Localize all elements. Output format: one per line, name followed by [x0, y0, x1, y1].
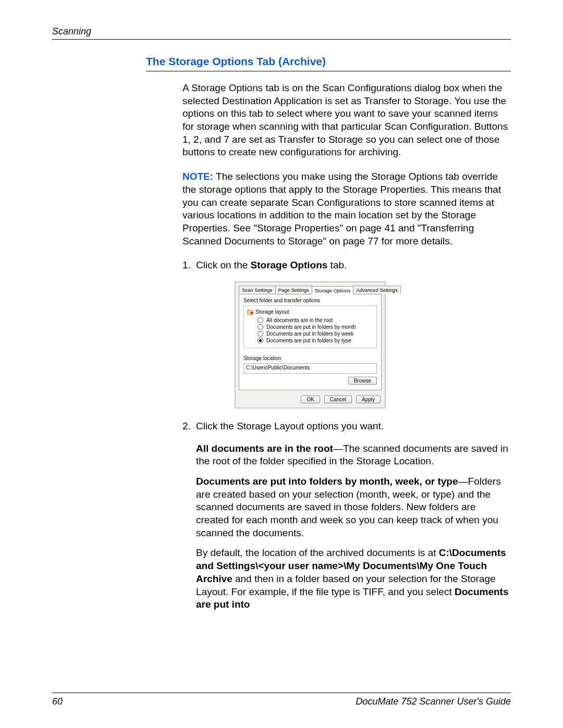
radio-root[interactable]: All documents are in the root	[258, 317, 373, 323]
radio-icon	[258, 317, 263, 323]
cancel-button[interactable]: Cancel	[324, 396, 352, 403]
storage-layout-heading: Storage layout	[247, 309, 373, 315]
tab-advanced-settings[interactable]: Advanced Settings	[353, 286, 400, 294]
step-2c-pre: By default, the location of the archived…	[196, 547, 439, 558]
guide-title: DocuMate 752 Scanner User's Guide	[356, 696, 511, 707]
radio-icon	[258, 338, 263, 343]
svg-point-2	[251, 312, 253, 314]
step-2: 2.Click the Storage Layout options you w…	[182, 420, 511, 433]
step-2c: By default, the location of the archived…	[196, 547, 511, 611]
tab-scan-settings[interactable]: Scan Settings	[239, 286, 276, 294]
step-2b-bold: Documents are put into folders by month,…	[196, 476, 458, 487]
radio-week-label: Documents are put in folders by week	[266, 331, 353, 337]
note-text: The selections you make using the Storag…	[182, 171, 501, 246]
radio-week[interactable]: Documents are put in folders by week	[258, 331, 373, 337]
radio-type[interactable]: Documents are put in folders by type	[258, 338, 373, 343]
step-1-number: 1.	[182, 259, 196, 272]
step-2b: Documents are put into folders by month,…	[196, 475, 511, 539]
apply-button[interactable]: Apply	[356, 396, 381, 403]
storage-layout-label: Storage layout	[255, 309, 289, 315]
step-1-post: tab.	[327, 260, 347, 270]
storage-options-dialog: Scan Settings Page Settings Storage Opti…	[235, 281, 386, 409]
note-label: NOTE:	[182, 171, 213, 182]
radio-month-label: Documents are put in folders by month	[266, 324, 356, 330]
step-2-text: Click the Storage Layout options you wan…	[196, 421, 384, 431]
section-heading: The Storage Options Tab (Archive)	[146, 55, 511, 71]
step-list: 1.Click on the Storage Options tab.	[182, 259, 511, 272]
page: Scanning The Storage Options Tab (Archiv…	[0, 0, 563, 728]
step-list-2: 2.Click the Storage Layout options you w…	[182, 420, 511, 611]
step-2a: All documents are in the root—The scanne…	[196, 442, 511, 468]
tab-storage-options[interactable]: Storage Options	[312, 286, 354, 294]
step-2c-mid: and then in a folder based on your selec…	[196, 573, 496, 597]
intro-paragraph: A Storage Options tab is on the Scan Con…	[182, 82, 511, 159]
fieldset-label: Select folder and transfer options	[243, 298, 377, 303]
page-number: 60	[52, 696, 63, 707]
browse-button[interactable]: Browse	[348, 377, 377, 385]
radio-icon	[258, 324, 263, 330]
page-footer: 60 DocuMate 752 Scanner User's Guide	[52, 693, 511, 707]
storage-location-label: Storage location	[243, 355, 377, 361]
step-1: 1.Click on the Storage Options tab.	[182, 259, 511, 272]
fieldset: Storage layout All documents are in the …	[243, 305, 377, 348]
tabpanel: Select folder and transfer options Stora…	[239, 294, 382, 390]
tabstrip: Scan Settings Page Settings Storage Opti…	[236, 282, 385, 294]
note-paragraph: NOTE: The selections you make using the …	[182, 170, 511, 248]
running-header: Scanning	[52, 26, 511, 40]
radio-root-label: All documents are in the root	[266, 317, 333, 323]
folder-icon	[247, 309, 253, 315]
step-2a-bold: All documents are in the root	[196, 443, 333, 454]
radio-icon	[258, 331, 263, 337]
step-1-pre: Click on the	[196, 260, 251, 270]
radio-type-label: Documents are put in folders by type	[266, 338, 351, 343]
tab-page-settings[interactable]: Page Settings	[275, 286, 312, 294]
step-2-number: 2.	[182, 420, 196, 433]
radio-month[interactable]: Documents are put in folders by month	[258, 324, 373, 330]
svg-rect-1	[248, 310, 250, 311]
dialog-action-row: OK Cancel Apply	[236, 393, 385, 408]
storage-location-input[interactable]: C:\Users\Public\Documents	[243, 363, 377, 374]
ok-button[interactable]: OK	[301, 396, 320, 403]
dialog-figure: Scan Settings Page Settings Storage Opti…	[235, 281, 511, 409]
step-1-bold: Storage Options	[251, 260, 328, 270]
